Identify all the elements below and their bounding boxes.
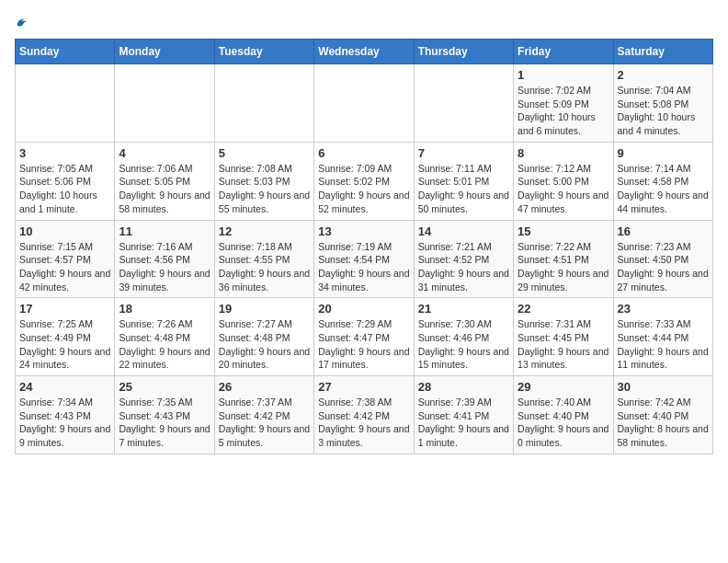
day-number: 3 xyxy=(19,146,110,160)
day-number: 8 xyxy=(518,146,609,160)
day-info: Sunrise: 7:21 AM Sunset: 4:52 PM Dayligh… xyxy=(418,240,509,294)
day-number: 14 xyxy=(418,224,509,238)
calendar-cell: 16Sunrise: 7:23 AM Sunset: 4:50 PM Dayli… xyxy=(613,220,712,298)
day-number: 21 xyxy=(418,302,509,316)
day-number: 18 xyxy=(119,302,210,316)
calendar-table: SundayMondayTuesdayWednesdayThursdayFrid… xyxy=(15,39,713,454)
calendar-cell: 24Sunrise: 7:34 AM Sunset: 4:43 PM Dayli… xyxy=(16,376,115,454)
day-info: Sunrise: 7:12 AM Sunset: 5:00 PM Dayligh… xyxy=(518,162,609,216)
calendar-cell: 22Sunrise: 7:31 AM Sunset: 4:45 PM Dayli… xyxy=(514,298,613,376)
weekday-header-thursday: Thursday xyxy=(414,40,513,64)
calendar-cell: 23Sunrise: 7:33 AM Sunset: 4:44 PM Dayli… xyxy=(613,298,712,376)
logo-bird-icon xyxy=(15,15,31,31)
calendar-cell: 10Sunrise: 7:15 AM Sunset: 4:57 PM Dayli… xyxy=(16,220,115,298)
day-number: 1 xyxy=(518,68,609,82)
weekday-header-friday: Friday xyxy=(514,40,613,64)
day-number: 27 xyxy=(318,380,409,394)
day-info: Sunrise: 7:26 AM Sunset: 4:48 PM Dayligh… xyxy=(119,317,210,372)
day-number: 20 xyxy=(318,302,409,316)
calendar-cell: 14Sunrise: 7:21 AM Sunset: 4:52 PM Dayli… xyxy=(414,220,513,298)
day-number: 7 xyxy=(418,146,509,160)
day-number: 15 xyxy=(518,224,609,238)
page-header xyxy=(15,15,713,31)
calendar-cell: 11Sunrise: 7:16 AM Sunset: 4:56 PM Dayli… xyxy=(115,220,214,298)
calendar-cell: 6Sunrise: 7:09 AM Sunset: 5:02 PM Daylig… xyxy=(314,142,414,220)
day-info: Sunrise: 7:34 AM Sunset: 4:43 PM Dayligh… xyxy=(19,396,110,450)
day-info: Sunrise: 7:02 AM Sunset: 5:09 PM Dayligh… xyxy=(518,84,609,138)
weekday-header-sunday: Sunday xyxy=(16,40,115,64)
calendar-week-row: 10Sunrise: 7:15 AM Sunset: 4:57 PM Dayli… xyxy=(16,220,713,298)
day-info: Sunrise: 7:27 AM Sunset: 4:48 PM Dayligh… xyxy=(219,317,310,372)
calendar-week-row: 3Sunrise: 7:05 AM Sunset: 5:06 PM Daylig… xyxy=(16,142,713,220)
day-number: 23 xyxy=(618,302,709,316)
calendar-header: SundayMondayTuesdayWednesdayThursdayFrid… xyxy=(16,40,713,64)
day-number: 28 xyxy=(418,380,509,394)
day-number: 12 xyxy=(219,224,310,238)
calendar-cell: 9Sunrise: 7:14 AM Sunset: 4:58 PM Daylig… xyxy=(613,142,712,220)
day-number: 17 xyxy=(19,302,110,316)
calendar-cell xyxy=(414,64,513,143)
day-info: Sunrise: 7:06 AM Sunset: 5:05 PM Dayligh… xyxy=(119,162,210,216)
day-info: Sunrise: 7:40 AM Sunset: 4:40 PM Dayligh… xyxy=(518,396,609,450)
calendar-cell: 5Sunrise: 7:08 AM Sunset: 5:03 PM Daylig… xyxy=(214,142,313,220)
day-info: Sunrise: 7:22 AM Sunset: 4:51 PM Dayligh… xyxy=(518,240,609,294)
calendar-cell: 20Sunrise: 7:29 AM Sunset: 4:47 PM Dayli… xyxy=(314,298,414,376)
day-number: 13 xyxy=(318,224,409,238)
calendar-cell: 27Sunrise: 7:38 AM Sunset: 4:42 PM Dayli… xyxy=(314,376,414,454)
day-number: 6 xyxy=(318,146,409,160)
weekday-header-row: SundayMondayTuesdayWednesdayThursdayFrid… xyxy=(16,40,713,64)
day-number: 4 xyxy=(119,146,210,160)
calendar-cell: 19Sunrise: 7:27 AM Sunset: 4:48 PM Dayli… xyxy=(214,298,313,376)
day-info: Sunrise: 7:38 AM Sunset: 4:42 PM Dayligh… xyxy=(318,396,409,450)
day-number: 30 xyxy=(618,380,709,394)
calendar-cell: 4Sunrise: 7:06 AM Sunset: 5:05 PM Daylig… xyxy=(115,142,214,220)
calendar-week-row: 1Sunrise: 7:02 AM Sunset: 5:09 PM Daylig… xyxy=(16,64,713,143)
calendar-cell: 8Sunrise: 7:12 AM Sunset: 5:00 PM Daylig… xyxy=(514,142,613,220)
day-info: Sunrise: 7:14 AM Sunset: 4:58 PM Dayligh… xyxy=(618,162,709,216)
day-number: 2 xyxy=(618,68,709,82)
day-info: Sunrise: 7:15 AM Sunset: 4:57 PM Dayligh… xyxy=(19,240,110,294)
day-info: Sunrise: 7:42 AM Sunset: 4:40 PM Dayligh… xyxy=(618,396,709,450)
logo xyxy=(15,15,31,31)
weekday-header-wednesday: Wednesday xyxy=(314,40,414,64)
day-info: Sunrise: 7:37 AM Sunset: 4:42 PM Dayligh… xyxy=(219,396,310,450)
day-info: Sunrise: 7:30 AM Sunset: 4:46 PM Dayligh… xyxy=(418,317,509,372)
calendar-cell: 15Sunrise: 7:22 AM Sunset: 4:51 PM Dayli… xyxy=(514,220,613,298)
calendar-cell xyxy=(16,64,115,143)
calendar-cell: 28Sunrise: 7:39 AM Sunset: 4:41 PM Dayli… xyxy=(414,376,513,454)
calendar-cell xyxy=(115,64,214,143)
calendar-cell xyxy=(314,64,414,143)
calendar-cell: 30Sunrise: 7:42 AM Sunset: 4:40 PM Dayli… xyxy=(613,376,712,454)
calendar-cell: 26Sunrise: 7:37 AM Sunset: 4:42 PM Dayli… xyxy=(214,376,313,454)
day-info: Sunrise: 7:11 AM Sunset: 5:01 PM Dayligh… xyxy=(418,162,509,216)
day-info: Sunrise: 7:35 AM Sunset: 4:43 PM Dayligh… xyxy=(119,396,210,450)
day-number: 11 xyxy=(119,224,210,238)
calendar-week-row: 24Sunrise: 7:34 AM Sunset: 4:43 PM Dayli… xyxy=(16,376,713,454)
day-info: Sunrise: 7:09 AM Sunset: 5:02 PM Dayligh… xyxy=(318,162,409,216)
day-info: Sunrise: 7:33 AM Sunset: 4:44 PM Dayligh… xyxy=(618,317,709,372)
day-number: 29 xyxy=(518,380,609,394)
day-info: Sunrise: 7:19 AM Sunset: 4:54 PM Dayligh… xyxy=(318,240,409,294)
calendar-cell: 21Sunrise: 7:30 AM Sunset: 4:46 PM Dayli… xyxy=(414,298,513,376)
day-info: Sunrise: 7:29 AM Sunset: 4:47 PM Dayligh… xyxy=(318,317,409,372)
day-info: Sunrise: 7:31 AM Sunset: 4:45 PM Dayligh… xyxy=(518,317,609,372)
day-info: Sunrise: 7:18 AM Sunset: 4:55 PM Dayligh… xyxy=(219,240,310,294)
calendar-cell: 12Sunrise: 7:18 AM Sunset: 4:55 PM Dayli… xyxy=(214,220,313,298)
day-number: 19 xyxy=(219,302,310,316)
calendar-cell: 1Sunrise: 7:02 AM Sunset: 5:09 PM Daylig… xyxy=(514,64,613,143)
weekday-header-tuesday: Tuesday xyxy=(214,40,313,64)
calendar-cell: 2Sunrise: 7:04 AM Sunset: 5:08 PM Daylig… xyxy=(613,64,712,143)
day-number: 5 xyxy=(219,146,310,160)
day-number: 9 xyxy=(618,146,709,160)
day-number: 16 xyxy=(618,224,709,238)
calendar-cell: 25Sunrise: 7:35 AM Sunset: 4:43 PM Dayli… xyxy=(115,376,214,454)
day-info: Sunrise: 7:08 AM Sunset: 5:03 PM Dayligh… xyxy=(219,162,310,216)
calendar-cell: 7Sunrise: 7:11 AM Sunset: 5:01 PM Daylig… xyxy=(414,142,513,220)
day-number: 24 xyxy=(19,380,110,394)
calendar-cell: 17Sunrise: 7:25 AM Sunset: 4:49 PM Dayli… xyxy=(16,298,115,376)
calendar-cell: 3Sunrise: 7:05 AM Sunset: 5:06 PM Daylig… xyxy=(16,142,115,220)
calendar-cell: 18Sunrise: 7:26 AM Sunset: 4:48 PM Dayli… xyxy=(115,298,214,376)
weekday-header-saturday: Saturday xyxy=(613,40,712,64)
calendar-cell xyxy=(214,64,313,143)
day-info: Sunrise: 7:23 AM Sunset: 4:50 PM Dayligh… xyxy=(618,240,709,294)
